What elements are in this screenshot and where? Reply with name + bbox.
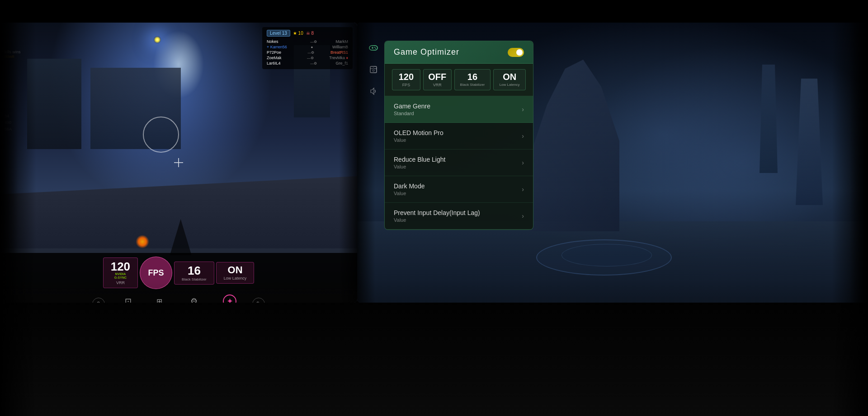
input-lag-value: Value [394, 217, 480, 223]
nav-item-help[interactable]: ? [92, 298, 105, 303]
opt-bs-label: Black Stabilizer [460, 83, 485, 87]
dark-mode-title: Dark Mode [394, 182, 425, 190]
stat-black-stabilizer: 16 Black Stabilizer [174, 262, 214, 285]
game-genre-title: Game Genre [394, 103, 430, 110]
multiview-icon[interactable]: ⊞ [153, 295, 165, 303]
stat-latency: ON Low Latency [216, 262, 255, 284]
oled-motion-chevron: › [522, 132, 524, 140]
game-genre-value: Standard [394, 111, 430, 116]
screen-size-icon[interactable]: ⊡ [122, 295, 134, 303]
menu-item-game-genre-content: Game Genre Standard [394, 103, 430, 116]
nvidia-badge: NVIDIA [115, 272, 126, 276]
main-container: kills wins down 34 490 56A Level 13 ★ 10… [0, 0, 868, 416]
optimizer-title: Game Optimizer [394, 47, 459, 57]
nav-item-game-optimizer[interactable]: ⚙ Game Optimizer [181, 295, 207, 303]
edit-icon[interactable]: ✎ [252, 298, 265, 303]
nav-item-multiview[interactable]: ⊞ Multi-view [151, 295, 168, 303]
optimizer-panel: Game Optimizer 120 FPS OFF VRR 16 Black … [384, 41, 533, 230]
opt-vrr-value: OFF [428, 72, 446, 81]
stat-fps: 120 NVIDIA G-SYNC VRR [103, 257, 138, 288]
opt-latency-label: Low Latency [500, 83, 520, 87]
dark-mode-value: Value [394, 191, 425, 196]
optimizer-stats-bar: 120 FPS OFF VRR 16 Black Stabilizer ON L… [385, 64, 533, 96]
menu-item-dark-mode[interactable]: Dark Mode Value › [385, 176, 533, 203]
game-genre-chevron: › [522, 106, 524, 113]
menu-item-input-lag[interactable]: Prevent Input Delay(Input Lag) Value › [385, 203, 533, 229]
oled-motion-title: OLED Motion Pro [394, 129, 443, 136]
crosshair [174, 158, 183, 167]
opt-fps-label: FPS [402, 83, 410, 87]
bottom-hud: 120 NVIDIA G-SYNC VRR FPS 1 [0, 253, 357, 303]
menu-item-game-genre[interactable]: Game Genre Standard › [385, 96, 533, 123]
reduce-blue-chevron: › [522, 159, 524, 166]
latency-value: ON [228, 265, 243, 275]
menu-item-dark-mode-content: Dark Mode Value [394, 182, 425, 196]
opt-fps-value: 120 [399, 72, 414, 81]
fps-center-label: FPS [148, 268, 164, 278]
help-icon[interactable]: ? [92, 298, 105, 303]
game-optimizer-icon[interactable]: ⚙ [188, 295, 200, 303]
oled-motion-value: Value [394, 137, 443, 143]
bs-value: 16 [188, 265, 201, 276]
input-lag-chevron: › [522, 212, 524, 220]
nav-item-all-settings[interactable]: ✦ All Settings [221, 294, 239, 303]
opt-latency-value: ON [503, 72, 516, 81]
pillar-right-2 [760, 65, 778, 173]
menu-item-reduce-blue[interactable]: Reduce Blue Light Value › [385, 150, 533, 176]
scope-ring [143, 117, 179, 153]
latency-label: Low Latency [224, 276, 247, 280]
optimizer-header: Game Optimizer [385, 41, 533, 64]
sidebar-icon-gamepad[interactable] [366, 41, 381, 55]
input-lag-title: Prevent Input Delay(Input Lag) [394, 209, 480, 216]
building-left-1 [27, 59, 81, 149]
fire-effect [136, 235, 149, 248]
opt-stat-vrr: OFF VRR [423, 69, 452, 90]
opt-stat-fps: 120 FPS [392, 69, 420, 90]
sidebar-icon-sound[interactable] [366, 84, 381, 98]
left-screen: kills wins down 34 490 56A Level 13 ★ 10… [0, 23, 357, 303]
nvidia-text: NVIDIA [115, 272, 126, 276]
gsync-text: G-SYNC [114, 276, 127, 279]
bs-label: Black Stabilizer [182, 277, 207, 281]
sidebar-icons [366, 41, 381, 98]
menu-item-reduce-blue-content: Reduce Blue Light Value [394, 156, 445, 169]
stats-row: 120 NVIDIA G-SYNC VRR FPS 1 [102, 257, 255, 289]
light-source [154, 36, 161, 43]
menu-items-list: Game Genre Standard › OLED Motion Pro Va… [385, 96, 533, 229]
right-screen: Game Optimizer 120 FPS OFF VRR 16 Black … [357, 23, 868, 303]
fps-value: 120 [111, 261, 130, 272]
dark-mode-chevron: › [522, 186, 524, 193]
stat-fps-center: FPS [140, 257, 172, 289]
platform-inner [561, 244, 652, 266]
building-right-1 [294, 45, 330, 117]
nav-item-screen-size[interactable]: ⊡ Screen Size [118, 295, 138, 303]
opt-vrr-label: VRR [433, 83, 442, 87]
menu-item-oled-motion[interactable]: OLED Motion Pro Value › [385, 123, 533, 150]
opt-bs-value: 16 [467, 72, 477, 81]
svg-point-3 [374, 47, 375, 48]
svg-point-4 [375, 48, 376, 49]
nav-icons-row: ? ⊡ Screen Size ⊞ Multi-view ⚙ Game Opti… [92, 294, 265, 303]
nav-item-edit[interactable]: ✎ [252, 298, 265, 303]
reduce-blue-title: Reduce Blue Light [394, 156, 445, 163]
menu-item-input-lag-content: Prevent Input Delay(Input Lag) Value [394, 209, 480, 223]
vrr-label-small: VRR [116, 280, 125, 285]
reduce-blue-value: Value [394, 164, 445, 169]
svg-point-6 [373, 70, 374, 71]
all-settings-icon[interactable]: ✦ [223, 294, 236, 303]
sidebar-icon-brightness[interactable] [366, 62, 381, 77]
opt-stat-bs: 16 Black Stabilizer [454, 69, 491, 90]
menu-item-oled-motion-content: OLED Motion Pro Value [394, 129, 443, 143]
opt-stat-latency: ON Low Latency [493, 69, 526, 90]
optimizer-toggle[interactable] [508, 48, 524, 57]
